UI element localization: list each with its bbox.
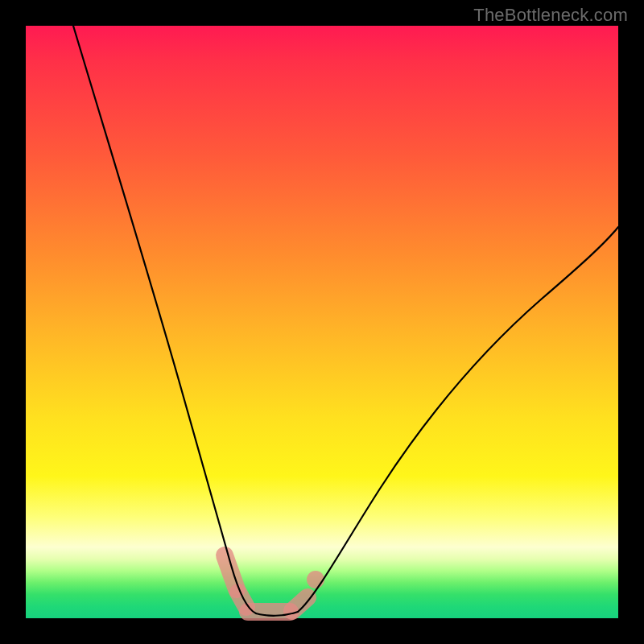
curve-right-branch	[298, 227, 618, 612]
chart-frame: TheBottleneck.com	[0, 0, 644, 644]
curve-layer	[26, 26, 618, 618]
highlight-markers	[225, 555, 324, 612]
marker-dot-1	[307, 571, 324, 588]
watermark-text: TheBottleneck.com	[473, 5, 628, 26]
curve-left-branch	[73, 26, 256, 613]
plot-area	[26, 26, 618, 618]
